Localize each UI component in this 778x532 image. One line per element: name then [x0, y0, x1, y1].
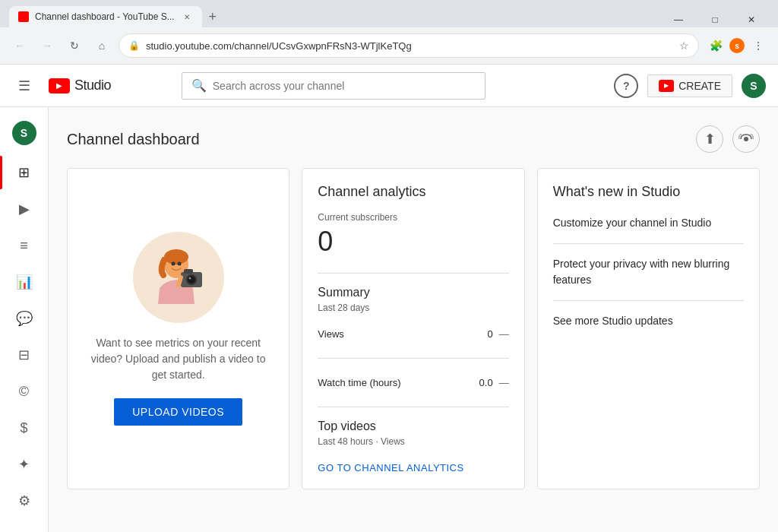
- watchtime-value: 0.0: [479, 377, 493, 388]
- sidebar-item-subtitles[interactable]: ⊟: [0, 338, 48, 372]
- svg-point-9: [171, 262, 175, 266]
- app-header: ☰ Studio 🔍 ? CREATE S: [0, 65, 778, 107]
- tab-close-button[interactable]: ✕: [181, 11, 193, 23]
- upload-card: Want to see metrics on your recent video…: [67, 168, 289, 489]
- top-videos-period: Last 48 hours · Views: [318, 436, 508, 447]
- minimize-button[interactable]: —: [661, 6, 696, 33]
- url-text: studio.youtube.com/channel/UCsvGxwpnFRsN…: [146, 40, 673, 52]
- customization-icon: ✦: [15, 455, 33, 473]
- sidebar-item-settings[interactable]: ⚙: [0, 484, 48, 518]
- url-bar[interactable]: 🔒 studio.youtube.com/channel/UCsvGxwpnFR…: [119, 33, 699, 58]
- news-item-customize[interactable]: Customize your channel in Studio: [553, 215, 744, 244]
- divider-3: [318, 407, 508, 407]
- yt-studio-logo[interactable]: Studio: [49, 78, 111, 93]
- top-videos-section: Top videos Last 48 hours · Views: [318, 420, 508, 447]
- watchtime-dash: —: [499, 377, 509, 388]
- subscribers-count: 0: [318, 226, 508, 258]
- tab-favicon: [18, 11, 29, 22]
- analytics-card: Channel analytics Current subscribers 0 …: [302, 168, 524, 489]
- help-button[interactable]: ?: [614, 74, 638, 98]
- dashboard-grid: Want to see metrics on your recent video…: [67, 168, 760, 489]
- create-button[interactable]: CREATE: [647, 74, 732, 97]
- sidebar-item-content[interactable]: ▶: [0, 192, 48, 226]
- svg-rect-5: [184, 269, 193, 274]
- sidebar: S ⊞ ▶ ≡ 📊 💬 ⊟ © $: [0, 107, 49, 532]
- sidebar-item-user[interactable]: S: [0, 113, 48, 153]
- views-stat-row: Views 0 —: [318, 322, 508, 346]
- news-item-more[interactable]: See more Studio updates: [553, 301, 744, 341]
- studio-text: Studio: [74, 78, 111, 93]
- whats-new-title: What's new in Studio: [553, 184, 744, 200]
- page-header: Channel dashboard ⬆: [67, 125, 760, 153]
- app-container: ☰ Studio 🔍 ? CREATE S S ⊞: [0, 65, 778, 532]
- maximize-button[interactable]: □: [697, 6, 732, 33]
- divider: [318, 273, 508, 274]
- bookmark-icon[interactable]: ☆: [679, 40, 689, 52]
- views-value-row: 0 —: [487, 328, 508, 340]
- home-button[interactable]: ⌂: [91, 35, 112, 56]
- analytics-icon: 📊: [15, 273, 33, 291]
- sidebar-item-customization[interactable]: ✦: [0, 448, 48, 481]
- settings-icon: ⚙: [15, 492, 33, 510]
- go-to-channel-analytics-link[interactable]: GO TO CHANNEL ANALYTICS: [318, 462, 508, 473]
- new-tab-button[interactable]: +: [202, 6, 223, 27]
- upload-icon-button[interactable]: ⬆: [696, 125, 723, 153]
- whats-new-card: What's new in Studio Customize your chan…: [537, 168, 760, 489]
- top-videos-title: Top videos: [318, 420, 508, 433]
- sidebar-user-avatar: S: [12, 121, 36, 145]
- content-icon: ▶: [15, 200, 33, 218]
- main-content: S ⊞ ▶ ≡ 📊 💬 ⊟ © $: [0, 107, 778, 532]
- search-bar[interactable]: 🔍: [182, 72, 485, 100]
- reload-button[interactable]: ↻: [64, 35, 85, 56]
- watchtime-value-row: 0.0 —: [479, 377, 509, 388]
- create-button-icon: [659, 80, 674, 92]
- live-icon-button[interactable]: [732, 125, 760, 153]
- sidebar-item-earn[interactable]: $: [0, 411, 48, 445]
- svg-point-7: [188, 276, 195, 283]
- upload-videos-button[interactable]: UPLOAD VIDEOS: [114, 398, 242, 426]
- browser-tab[interactable]: Channel dashboard - YouTube S... ✕: [9, 6, 202, 27]
- views-label: Views: [318, 328, 343, 340]
- sidebar-item-feedback[interactable]: !: [0, 521, 48, 532]
- watchtime-stat-row: Watch time (hours) 0.0 —: [318, 371, 508, 394]
- divider-2: [318, 358, 508, 359]
- feedback-icon: !: [15, 528, 33, 532]
- svg-point-8: [188, 277, 191, 280]
- views-value: 0: [487, 328, 492, 340]
- user-avatar[interactable]: S: [742, 74, 766, 98]
- svg-point-3: [164, 249, 188, 264]
- upload-card-text: Want to see metrics on your recent video…: [83, 335, 274, 383]
- playlists-icon: ≡: [15, 236, 33, 255]
- svg-point-0: [744, 137, 748, 141]
- page-title: Channel dashboard: [67, 131, 200, 148]
- views-dash: —: [499, 328, 509, 340]
- forward-button[interactable]: →: [36, 35, 58, 56]
- back-button[interactable]: ←: [9, 35, 30, 56]
- sidebar-item-comments[interactable]: 💬: [0, 302, 48, 335]
- svg-point-10: [177, 262, 181, 266]
- menu-icon[interactable]: ☰: [12, 74, 36, 98]
- earn-icon: $: [15, 419, 33, 437]
- subtitles-icon: ⊟: [15, 346, 33, 364]
- tab-title: Channel dashboard - YouTube S...: [35, 11, 175, 22]
- subscribers-label: Current subscribers: [318, 212, 508, 223]
- extension-icon[interactable]: s: [729, 38, 745, 53]
- dashboard-icon: ⊞: [15, 163, 33, 182]
- search-input[interactable]: [213, 80, 476, 92]
- comments-icon: 💬: [15, 309, 33, 328]
- lock-icon: 🔒: [128, 40, 140, 51]
- header-right: ? CREATE S: [614, 74, 766, 98]
- sidebar-item-analytics[interactable]: 📊: [0, 265, 48, 299]
- window-controls: — □ ✕: [652, 0, 778, 40]
- news-item-privacy[interactable]: Protect your privacy with new blurring f…: [553, 244, 744, 301]
- watchtime-label: Watch time (hours): [318, 377, 400, 388]
- create-button-label: CREATE: [678, 80, 721, 92]
- sidebar-item-playlists[interactable]: ≡: [0, 229, 48, 262]
- search-icon: 🔍: [191, 78, 207, 93]
- sidebar-item-dashboard[interactable]: ⊞: [0, 156, 48, 189]
- page-header-actions: ⬆: [696, 125, 760, 153]
- upload-illustration: [133, 232, 224, 323]
- sidebar-item-copyright[interactable]: ©: [0, 375, 48, 408]
- close-button[interactable]: ✕: [734, 6, 769, 33]
- summary-title: Summary: [318, 286, 508, 299]
